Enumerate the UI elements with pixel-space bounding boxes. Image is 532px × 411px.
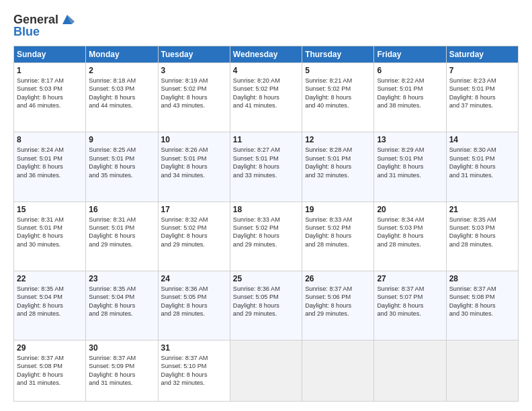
calendar-cell: 21Sunrise: 8:35 AM Sunset: 5:03 PM Dayli… [446,201,518,271]
logo-icon [60,12,75,27]
day-number: 26 [305,274,371,283]
cell-content: Sunrise: 8:17 AM Sunset: 5:03 PM Dayligh… [17,77,83,110]
calendar-cell: 13Sunrise: 8:29 AM Sunset: 5:01 PM Dayli… [374,132,446,201]
calendar-cell: 8Sunrise: 8:24 AM Sunset: 5:01 PM Daylig… [14,132,86,201]
calendar-week-row: 1Sunrise: 8:17 AM Sunset: 5:03 PM Daylig… [14,63,519,132]
calendar-cell: 14Sunrise: 8:30 AM Sunset: 5:01 PM Dayli… [446,132,518,201]
calendar-cell: 4Sunrise: 8:20 AM Sunset: 5:02 PM Daylig… [230,63,302,132]
calendar-header-row: SundayMondayTuesdayWednesdayThursdayFrid… [14,46,519,63]
calendar-cell [230,340,302,402]
cell-content: Sunrise: 8:33 AM Sunset: 5:02 PM Dayligh… [305,216,371,249]
calendar-week-row: 8Sunrise: 8:24 AM Sunset: 5:01 PM Daylig… [14,132,519,201]
calendar-cell [374,340,446,402]
day-number: 16 [89,205,154,214]
cell-content: Sunrise: 8:28 AM Sunset: 5:01 PM Dayligh… [305,146,371,179]
calendar-week-row: 22Sunrise: 8:35 AM Sunset: 5:04 PM Dayli… [14,271,519,340]
cell-content: Sunrise: 8:37 AM Sunset: 5:06 PM Dayligh… [305,285,371,318]
calendar-cell: 27Sunrise: 8:37 AM Sunset: 5:07 PM Dayli… [374,271,446,340]
day-number: 27 [377,274,443,283]
cell-content: Sunrise: 8:31 AM Sunset: 5:01 PM Dayligh… [89,216,154,249]
day-number: 5 [305,66,371,75]
cell-content: Sunrise: 8:20 AM Sunset: 5:02 PM Dayligh… [233,77,299,110]
day-number: 10 [161,135,227,144]
calendar-cell: 12Sunrise: 8:28 AM Sunset: 5:01 PM Dayli… [302,132,374,201]
cell-content: Sunrise: 8:18 AM Sunset: 5:03 PM Dayligh… [89,77,154,110]
day-number: 7 [449,66,515,75]
cell-content: Sunrise: 8:35 AM Sunset: 5:04 PM Dayligh… [17,285,83,318]
cell-content: Sunrise: 8:31 AM Sunset: 5:01 PM Dayligh… [17,216,83,249]
page: General Blue SundayMondayTuesdayWednesda… [0,0,532,411]
calendar-table: SundayMondayTuesdayWednesdayThursdayFrid… [13,46,519,402]
calendar-cell: 22Sunrise: 8:35 AM Sunset: 5:04 PM Dayli… [14,271,86,340]
calendar-cell: 7Sunrise: 8:23 AM Sunset: 5:01 PM Daylig… [446,63,518,132]
calendar-cell: 5Sunrise: 8:21 AM Sunset: 5:02 PM Daylig… [302,63,374,132]
day-number: 25 [233,274,299,283]
header: General Blue [13,12,519,39]
calendar-cell: 20Sunrise: 8:34 AM Sunset: 5:03 PM Dayli… [374,201,446,271]
calendar-cell: 16Sunrise: 8:31 AM Sunset: 5:01 PM Dayli… [86,201,158,271]
day-number: 2 [89,66,154,75]
day-number: 30 [89,343,154,353]
day-number: 3 [161,66,227,75]
calendar-cell: 3Sunrise: 8:19 AM Sunset: 5:02 PM Daylig… [158,63,230,132]
cell-content: Sunrise: 8:36 AM Sunset: 5:05 PM Dayligh… [233,285,299,318]
cell-content: Sunrise: 8:32 AM Sunset: 5:02 PM Dayligh… [161,216,227,249]
calendar-cell: 26Sunrise: 8:37 AM Sunset: 5:06 PM Dayli… [302,271,374,340]
cell-content: Sunrise: 8:35 AM Sunset: 5:04 PM Dayligh… [89,285,154,318]
calendar-cell: 6Sunrise: 8:22 AM Sunset: 5:01 PM Daylig… [374,63,446,132]
cell-content: Sunrise: 8:26 AM Sunset: 5:01 PM Dayligh… [161,146,227,179]
column-header-tuesday: Tuesday [158,46,230,63]
day-number: 8 [17,135,83,144]
cell-content: Sunrise: 8:29 AM Sunset: 5:01 PM Dayligh… [377,146,443,179]
day-number: 15 [17,205,83,214]
calendar-cell: 15Sunrise: 8:31 AM Sunset: 5:01 PM Dayli… [14,201,86,271]
day-number: 29 [17,343,83,353]
cell-content: Sunrise: 8:24 AM Sunset: 5:01 PM Dayligh… [17,146,83,179]
day-number: 13 [377,135,443,144]
calendar-cell: 29Sunrise: 8:37 AM Sunset: 5:08 PM Dayli… [14,340,86,402]
calendar-cell: 18Sunrise: 8:33 AM Sunset: 5:02 PM Dayli… [230,201,302,271]
calendar-cell [302,340,374,402]
day-number: 20 [377,205,443,214]
cell-content: Sunrise: 8:37 AM Sunset: 5:09 PM Dayligh… [89,354,154,387]
calendar-cell: 31Sunrise: 8:37 AM Sunset: 5:10 PM Dayli… [158,340,230,402]
cell-content: Sunrise: 8:22 AM Sunset: 5:01 PM Dayligh… [377,77,443,110]
cell-content: Sunrise: 8:34 AM Sunset: 5:03 PM Dayligh… [377,216,443,249]
calendar-cell: 9Sunrise: 8:25 AM Sunset: 5:01 PM Daylig… [86,132,158,201]
day-number: 22 [17,274,83,283]
calendar-cell: 25Sunrise: 8:36 AM Sunset: 5:05 PM Dayli… [230,271,302,340]
calendar-cell: 30Sunrise: 8:37 AM Sunset: 5:09 PM Dayli… [86,340,158,402]
calendar-cell: 1Sunrise: 8:17 AM Sunset: 5:03 PM Daylig… [14,63,86,132]
calendar-week-row: 29Sunrise: 8:37 AM Sunset: 5:08 PM Dayli… [14,340,519,402]
day-number: 28 [449,274,515,283]
column-header-monday: Monday [86,46,158,63]
day-number: 12 [305,135,371,144]
column-header-wednesday: Wednesday [230,46,302,63]
logo: General Blue [13,12,75,39]
cell-content: Sunrise: 8:33 AM Sunset: 5:02 PM Dayligh… [233,216,299,249]
day-number: 31 [161,343,227,353]
calendar-cell [446,340,518,402]
day-number: 9 [89,135,154,144]
column-header-sunday: Sunday [14,46,86,63]
day-number: 6 [377,66,443,75]
cell-content: Sunrise: 8:25 AM Sunset: 5:01 PM Dayligh… [89,146,154,179]
cell-content: Sunrise: 8:21 AM Sunset: 5:02 PM Dayligh… [305,77,371,110]
cell-content: Sunrise: 8:37 AM Sunset: 5:08 PM Dayligh… [449,285,515,318]
cell-content: Sunrise: 8:30 AM Sunset: 5:01 PM Dayligh… [449,146,515,179]
day-number: 21 [449,205,515,214]
day-number: 19 [305,205,371,214]
calendar-cell: 2Sunrise: 8:18 AM Sunset: 5:03 PM Daylig… [86,63,158,132]
calendar-cell: 28Sunrise: 8:37 AM Sunset: 5:08 PM Dayli… [446,271,518,340]
cell-content: Sunrise: 8:37 AM Sunset: 5:08 PM Dayligh… [17,354,83,387]
day-number: 17 [161,205,227,214]
cell-content: Sunrise: 8:19 AM Sunset: 5:02 PM Dayligh… [161,77,227,110]
cell-content: Sunrise: 8:37 AM Sunset: 5:07 PM Dayligh… [377,285,443,318]
calendar-cell: 23Sunrise: 8:35 AM Sunset: 5:04 PM Dayli… [86,271,158,340]
column-header-saturday: Saturday [446,46,518,63]
calendar-cell: 17Sunrise: 8:32 AM Sunset: 5:02 PM Dayli… [158,201,230,271]
calendar-cell: 24Sunrise: 8:36 AM Sunset: 5:05 PM Dayli… [158,271,230,340]
day-number: 23 [89,274,154,283]
day-number: 14 [449,135,515,144]
calendar-cell: 11Sunrise: 8:27 AM Sunset: 5:01 PM Dayli… [230,132,302,201]
